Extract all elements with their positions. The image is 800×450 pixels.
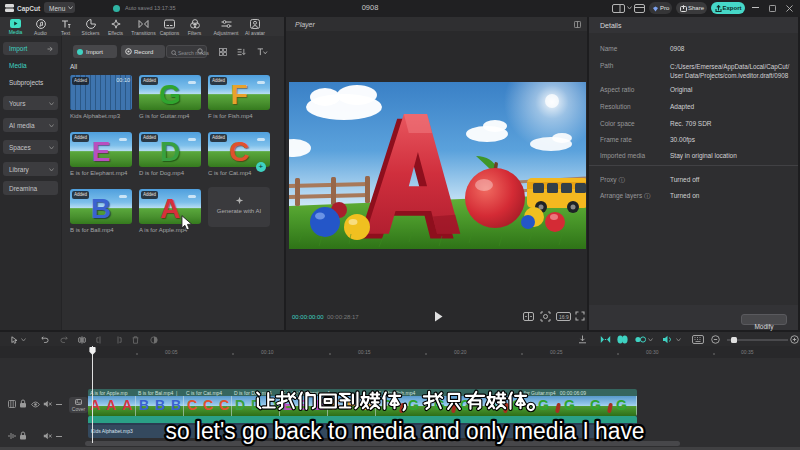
- svg-text:so let's go back to media and: so let's go back to media and only media…: [166, 418, 645, 444]
